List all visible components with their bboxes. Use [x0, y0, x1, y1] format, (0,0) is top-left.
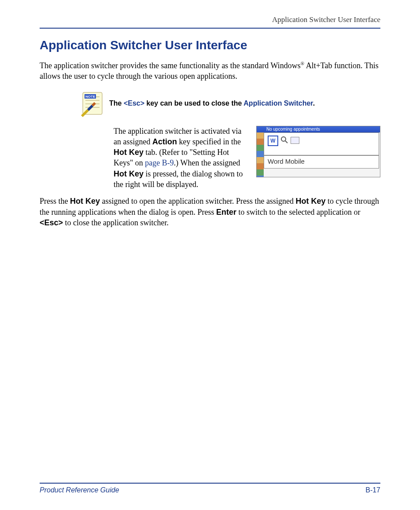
footer-page-number: B-17: [365, 486, 380, 494]
app-switcher-screenshot: No upcoming appointments W Word Mobile: [256, 126, 380, 177]
intro-paragraph: The application switcher provides the sa…: [40, 60, 380, 82]
p2-s2: key specified in the: [177, 137, 241, 146]
screenshot-topbar-text: No upcoming appointments: [266, 126, 320, 132]
footer-guide-name: Product Reference Guide: [40, 486, 119, 494]
registered-mark: ®: [301, 61, 304, 66]
screenshot-icon-panel: W: [264, 132, 379, 155]
page-ref-link[interactable]: page B-9: [145, 158, 173, 167]
p2-hk2: Hot Key: [114, 169, 144, 178]
note-t2: key can be used to close the: [144, 99, 243, 107]
p3-s1: Press the: [40, 197, 70, 205]
p3-hk2: Hot Key: [295, 197, 325, 205]
note-text: The <Esc> key can be used to close the A…: [109, 99, 315, 107]
section-heading: Application Switcher User Interface: [40, 38, 380, 52]
note-esc: <Esc>: [124, 99, 144, 107]
intro-pre: The application switcher provides the sa…: [40, 61, 301, 70]
p3-enter: Enter: [216, 208, 236, 216]
usage-paragraph: Press the Hot Key assigned to open the a…: [40, 196, 380, 228]
note-t3: .: [313, 99, 315, 107]
note-t1: The: [109, 99, 124, 107]
p3-s2: assigned to open the application switche…: [100, 197, 295, 205]
word-icon: W: [268, 136, 278, 146]
page-footer: Product Reference Guide B-17: [40, 483, 380, 494]
note-callout: NOTE The <Esc> key can be used to close …: [79, 90, 380, 117]
activation-paragraph: The application switcher is activated vi…: [114, 126, 244, 190]
svg-line-8: [285, 141, 287, 143]
p3-esc: <Esc>: [40, 218, 63, 227]
svg-text:NOTE: NOTE: [85, 95, 96, 99]
p3-s4: to switch to the selected application or: [236, 208, 360, 216]
note-icon: NOTE: [79, 90, 106, 117]
p3-hk1: Hot Key: [70, 197, 100, 205]
p2-action: Action: [152, 137, 177, 146]
running-header: Application Switcher User Interface: [40, 15, 380, 29]
magnifier-icon: [280, 136, 289, 144]
p2-hk1: Hot Key: [114, 148, 144, 157]
p2-s4: .) When the assigned: [174, 158, 240, 167]
p3-s5: to close the applica­tion switcher.: [63, 218, 169, 227]
document-icon: [291, 137, 299, 144]
note-appsw: Application Switcher: [243, 99, 313, 107]
svg-point-7: [281, 137, 286, 141]
screenshot-selected-app: Word Mobile: [264, 155, 379, 169]
